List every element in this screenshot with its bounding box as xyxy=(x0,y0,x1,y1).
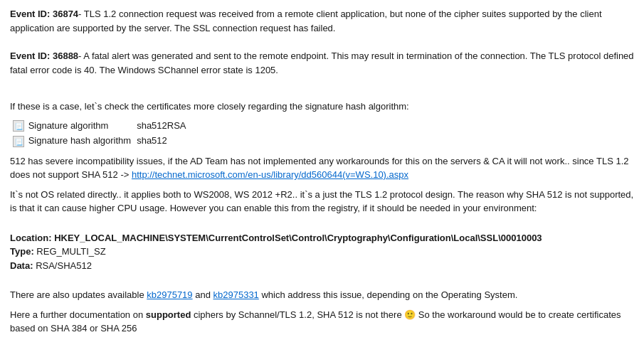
cert-label-sig-hash: 📃 Signature hash algorithm xyxy=(10,133,134,149)
further-block: Here a further documentation on supporte… xyxy=(10,308,634,336)
location-line: Location: HKEY_LOCAL_MACHINE\SYSTEM\Curr… xyxy=(10,231,634,245)
type-label: Type: xyxy=(10,246,34,257)
cert-value-sig-hash: sha512 xyxy=(134,133,189,149)
updates-middle: and xyxy=(193,289,213,300)
updates-block: There are also updates available kb29757… xyxy=(10,288,634,302)
table-row-sig-hash: 📃 Signature hash algorithm sha512 xyxy=(10,133,189,149)
os-note: It`s not OS related directly.. it applie… xyxy=(10,188,634,215)
kb2-link[interactable]: kb2975331 xyxy=(213,289,259,300)
further-prefix: Here a further documentation on xyxy=(10,309,146,320)
event-36874: Event ID: 36874- TLS 1.2 connection requ… xyxy=(10,7,634,35)
spacer1 xyxy=(10,41,634,49)
data-value: RSA/SHA512 xyxy=(36,260,92,271)
further-emoji: 🙂 xyxy=(404,309,416,320)
kb1-link[interactable]: kb2975719 xyxy=(147,289,192,300)
event-36888-text: - A fatal alert was generated and sent t… xyxy=(10,50,634,75)
further-bold: supported xyxy=(146,309,191,320)
location-label: Location: xyxy=(10,233,52,243)
spacer5 xyxy=(10,279,634,288)
spacer3 xyxy=(10,91,634,100)
location-value: HKEY_LOCAL_MACHINE\SYSTEM\CurrentControl… xyxy=(54,233,542,243)
table-row-sig-algo: 📃 Signature algorithm sha512RSA xyxy=(10,118,189,134)
event-36888-label: Event ID: 36888 xyxy=(10,50,78,61)
sha-link[interactable]: http://technet.microsoft.com/en-us/libra… xyxy=(132,169,408,180)
cert-value-sig-algo: sha512RSA xyxy=(134,118,189,134)
cert-label-sig-algo: 📃 Signature algorithm xyxy=(10,118,134,134)
updates-prefix: There are also updates available xyxy=(10,289,147,300)
sha-warning: 512 has severe incompatibility issues, i… xyxy=(10,154,634,182)
cert-intro-text: If these is a case, let`s check the cert… xyxy=(10,101,409,112)
event-36888: Event ID: 36888- A fatal alert was gener… xyxy=(10,49,634,77)
cert-icon-sig-algo: 📃 xyxy=(13,120,24,132)
cert-table: 📃 Signature algorithm sha512RSA 📃 Signat… xyxy=(10,118,189,149)
data-line-container: Data: RSA/SHA512 xyxy=(10,259,634,273)
cert-icon-sig-hash: 📃 xyxy=(13,136,24,147)
type-value: REG_MULTI_SZ xyxy=(36,246,105,257)
updates-suffix: which address this issue, depending on t… xyxy=(259,289,518,300)
spacer2 xyxy=(10,82,634,91)
spacer4 xyxy=(10,223,634,231)
os-note-text: It`s not OS related directly.. it applie… xyxy=(10,189,633,214)
further-middle: ciphers by Schannel/TLS 1.2, SHA 512 is … xyxy=(191,309,404,320)
location-block: Location: HKEY_LOCAL_MACHINE\SYSTEM\Curr… xyxy=(10,231,634,273)
type-line-container: Type: REG_MULTI_SZ xyxy=(10,245,634,259)
event-36874-label: Event ID: 36874 xyxy=(10,9,78,19)
data-label: Data: xyxy=(10,260,33,271)
cert-intro: If these is a case, let`s check the cert… xyxy=(10,100,634,114)
event-36874-text: - TLS 1.2 connection request was receive… xyxy=(10,9,602,33)
